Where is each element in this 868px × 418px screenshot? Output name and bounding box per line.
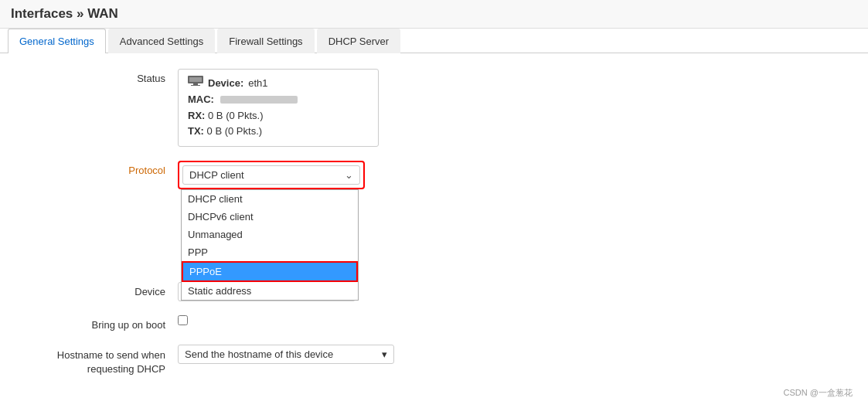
status-device-value: eth1 [248, 76, 267, 92]
status-box: Device: eth1 MAC: RX: 0 B (0 Pkts.) TX: … [178, 69, 379, 147]
dropdown-item-static[interactable]: Static address [182, 282, 358, 300]
status-rx-value: 0 B (0 Pkts.) [208, 110, 264, 121]
status-mac-label: MAC: [188, 93, 214, 105]
watermark: CSDN @一盒葱花 [784, 387, 853, 399]
tab-general[interactable]: General Settings [8, 29, 106, 53]
device-label: Device [23, 282, 178, 297]
svg-rect-2 [193, 83, 198, 85]
chevron-down-icon-hostname: ▾ [382, 348, 387, 360]
tab-bar: General Settings Advanced Settings Firew… [0, 29, 868, 53]
protocol-select-value: DHCP client [189, 169, 339, 181]
svg-rect-1 [189, 77, 202, 82]
tab-advanced[interactable]: Advanced Settings [108, 29, 215, 53]
bring-up-checkbox[interactable] [178, 315, 188, 325]
status-label: Status [23, 69, 178, 84]
protocol-select[interactable]: DHCP client ⌄ [182, 165, 360, 185]
status-device-label: Device: [208, 76, 243, 92]
chevron-down-icon: ⌄ [345, 169, 353, 181]
protocol-wrapper: DHCP client ⌄ [178, 161, 365, 189]
hostname-select-value: Send the hostname of this device [185, 348, 377, 360]
hostname-label: Hostname to send when requesting DHCP [23, 345, 178, 376]
svg-rect-3 [191, 85, 200, 86]
page-header: Interfaces » WAN [0, 0, 868, 29]
status-tx-value: 0 B (0 Pkts.) [207, 125, 263, 137]
tab-dhcp-server[interactable]: DHCP Server [317, 29, 401, 53]
bring-up-label: Bring up on boot [23, 315, 178, 331]
hostname-select[interactable]: Send the hostname of this device ▾ [178, 345, 394, 364]
status-tx-label: TX: [188, 125, 204, 137]
main-content: Status Device: eth1 MAC: RX [0, 53, 868, 406]
dropdown-item-dhcp[interactable]: DHCP client [182, 190, 358, 208]
dropdown-item-dhcpv6[interactable]: DHCPv6 client [182, 208, 358, 226]
protocol-row: Protocol DHCP client ⌄ DHCP client DHCPv… [23, 161, 845, 189]
status-mac-value [220, 96, 298, 104]
status-row: Status Device: eth1 MAC: RX [23, 69, 845, 147]
dropdown-item-ppp[interactable]: PPP [182, 243, 358, 261]
protocol-label: Protocol [23, 161, 178, 176]
dropdown-item-pppoe[interactable]: PPPoE [182, 261, 358, 282]
hostname-row: Hostname to send when requesting DHCP Se… [23, 345, 845, 376]
page-title: Interfaces » WAN [11, 6, 118, 21]
tab-firewall[interactable]: Firewall Settings [217, 29, 314, 53]
protocol-dropdown-menu: DHCP client DHCPv6 client Unmanaged PPP … [181, 189, 359, 301]
dropdown-item-unmanaged[interactable]: Unmanaged [182, 226, 358, 243]
bring-up-row: Bring up on boot [23, 315, 845, 331]
network-device-icon [188, 76, 203, 92]
device-row: Device [23, 282, 845, 301]
status-rx-label: RX: [188, 110, 205, 121]
